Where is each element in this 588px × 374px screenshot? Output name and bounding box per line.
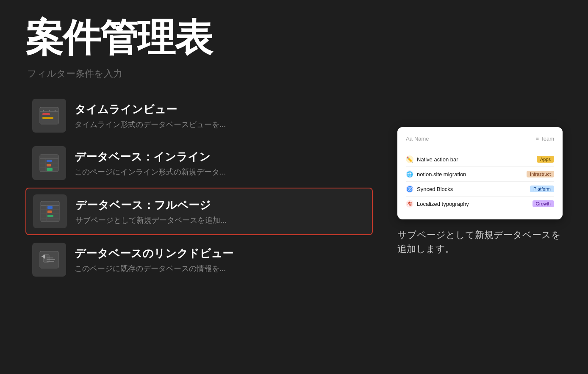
preview-row-icon-3: 🌀 bbox=[406, 185, 413, 193]
preview-tag-2: Infrastruct bbox=[527, 171, 554, 177]
db-fullpage-desc: サブページとして新規データベースを追加... bbox=[75, 215, 227, 225]
svg-rect-23 bbox=[47, 215, 53, 217]
menu-item-db-inline[interactable]: データベース：インライン このページにインライン形式の新規データ... bbox=[25, 140, 373, 186]
db-fullpage-icon bbox=[33, 194, 67, 228]
svg-rect-22 bbox=[47, 211, 52, 213]
menu-list: タイムラインビュー タイムライン形式のデータベースビューを... デ bbox=[25, 93, 373, 283]
preview-row-name-2: 🌐 notion.site migration bbox=[406, 170, 466, 178]
preview-panel: Aa Name ≡ Team ✏️ Native action bar Apps bbox=[397, 127, 563, 256]
page-title: 案件管理表 bbox=[25, 17, 563, 59]
preview-row-3: 🌀 Synced Blocks Platform bbox=[406, 182, 554, 197]
db-linked-title: データベースのリンクドビュー bbox=[75, 246, 233, 261]
preview-card: Aa Name ≡ Team ✏️ Native action bar Apps bbox=[397, 127, 563, 219]
preview-tag-3: Platform bbox=[530, 186, 554, 192]
svg-rect-21 bbox=[47, 206, 53, 209]
preview-description: サブページとして新規データベースを追加します。 bbox=[397, 228, 563, 256]
db-inline-desc: このページにインライン形式の新規データ... bbox=[75, 167, 226, 177]
menu-item-db-linked[interactable]: データベースのリンクドビュー このページに既存のデータベースの情報を... bbox=[25, 237, 373, 283]
svg-rect-3 bbox=[42, 117, 53, 119]
db-inline-title: データベース：インライン bbox=[75, 150, 226, 164]
db-fullpage-title: データベース：フルページ bbox=[75, 198, 227, 213]
preview-row-name-1: ✏️ Native action bar bbox=[406, 155, 458, 163]
db-linked-text: データベースのリンクドビュー このページに既存のデータベースの情報を... bbox=[75, 246, 233, 274]
page-container: 案件管理表 フィルター条件を入力 タイムラインビュー タイムライン形式のデータベ… bbox=[0, 0, 588, 299]
preview-row-2: 🌐 notion.site migration Infrastruct bbox=[406, 167, 554, 182]
preview-col-name: Aa Name bbox=[406, 136, 429, 142]
timeline-icon bbox=[32, 99, 66, 133]
svg-rect-12 bbox=[47, 160, 52, 162]
timeline-title: タイムラインビュー bbox=[75, 102, 226, 117]
preview-col-team: ≡ Team bbox=[536, 136, 554, 142]
svg-rect-2 bbox=[42, 113, 50, 115]
db-linked-desc: このページに既存のデータベースの情報を... bbox=[75, 263, 233, 274]
preview-tag-1: Apps bbox=[537, 156, 554, 163]
db-linked-icon bbox=[32, 243, 66, 277]
preview-row-1: ✏️ Native action bar Apps bbox=[406, 152, 554, 167]
preview-tag-4: Growth bbox=[533, 200, 554, 207]
db-inline-icon bbox=[32, 146, 66, 180]
timeline-desc: タイムライン形式のデータベースビューを... bbox=[75, 119, 226, 130]
preview-row-icon-2: 🌐 bbox=[406, 170, 413, 178]
menu-item-db-fullpage[interactable]: データベース：フルページ サブページとして新規データベースを追加... bbox=[25, 188, 373, 235]
svg-rect-14 bbox=[47, 168, 53, 171]
preview-row-name-3: 🌀 Synced Blocks bbox=[406, 185, 453, 193]
preview-row-icon-4: 有 bbox=[406, 200, 413, 208]
preview-row-4: 有 Localized typography Growth bbox=[406, 197, 554, 211]
preview-row-icon-1: ✏️ bbox=[406, 155, 413, 163]
filter-label: フィルター条件を入力 bbox=[27, 67, 563, 80]
db-inline-text: データベース：インライン このページにインライン形式の新規データ... bbox=[75, 150, 226, 177]
menu-item-timeline[interactable]: タイムラインビュー タイムライン形式のデータベースビューを... bbox=[25, 93, 373, 139]
db-fullpage-text: データベース：フルページ サブページとして新規データベースを追加... bbox=[75, 198, 227, 225]
preview-row-name-4: 有 Localized typography bbox=[406, 200, 469, 208]
preview-header: Aa Name ≡ Team bbox=[406, 136, 554, 145]
svg-rect-13 bbox=[47, 164, 51, 166]
timeline-text: タイムラインビュー タイムライン形式のデータベースビューを... bbox=[75, 102, 226, 130]
